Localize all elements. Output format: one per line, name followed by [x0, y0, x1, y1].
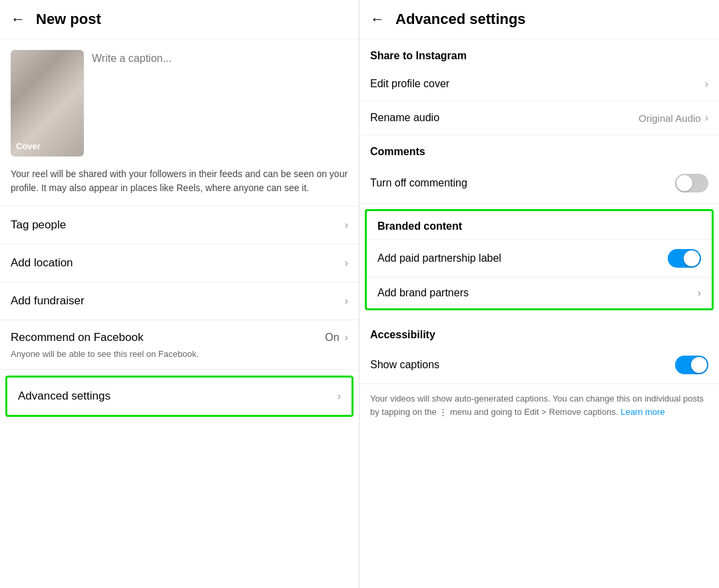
add-location-chevron: ›: [345, 257, 348, 269]
tag-people-item[interactable]: Tag people ›: [0, 206, 359, 244]
add-fundraiser-chevron: ›: [345, 295, 348, 307]
recommend-chevron: ›: [345, 332, 348, 344]
turn-off-commenting-label: Turn off commenting: [370, 177, 467, 189]
advanced-settings-label: Advanced settings: [18, 390, 111, 403]
edit-profile-cover-label: Edit profile cover: [370, 78, 449, 90]
add-brand-partners-label: Add brand partners: [377, 287, 469, 299]
caption-input[interactable]: [92, 50, 348, 65]
add-brand-partners-chevron: ›: [698, 287, 701, 299]
turn-off-commenting-row[interactable]: Turn off commenting: [360, 163, 719, 204]
branded-content-box: Branded content Add paid partnership lab…: [365, 209, 714, 310]
right-panel-title: Advanced settings: [395, 11, 526, 28]
add-paid-partnership-label: Add paid partnership label: [377, 252, 501, 264]
show-captions-toggle[interactable]: [675, 356, 708, 374]
show-captions-row[interactable]: Show captions: [360, 346, 719, 384]
recommend-value: On: [325, 332, 339, 344]
recommend-sub-text: Anyone will be able to see this reel on …: [0, 348, 359, 370]
left-back-button[interactable]: ←: [11, 11, 25, 28]
add-fundraiser-item[interactable]: Add fundraiser ›: [0, 282, 359, 320]
advanced-settings-chevron: ›: [338, 390, 341, 402]
right-panel: ← Advanced settings Share to Instagram E…: [360, 0, 719, 588]
accessibility-title: Accessibility: [360, 318, 719, 346]
advanced-settings-item[interactable]: Advanced settings ›: [5, 376, 354, 417]
add-location-item[interactable]: Add location ›: [0, 244, 359, 282]
branded-content-title: Branded content: [367, 211, 712, 239]
rename-audio-row[interactable]: Rename audio Original Audio ›: [360, 101, 719, 135]
comments-section-title: Comments: [360, 135, 719, 163]
description-text: Your reel will be shared with your follo…: [0, 167, 359, 206]
tag-people-chevron: ›: [345, 219, 348, 231]
share-to-instagram-title: Share to Instagram: [360, 39, 719, 67]
add-location-label: Add location: [11, 256, 73, 270]
recommend-section: Recommend on Facebook On › Anyone will b…: [0, 320, 359, 370]
add-paid-partnership-row[interactable]: Add paid partnership label: [367, 239, 712, 277]
show-captions-label: Show captions: [370, 359, 439, 371]
cover-thumbnail[interactable]: Cover: [11, 50, 84, 156]
left-header: ← New post: [0, 0, 359, 39]
cover-label: Cover: [16, 141, 41, 151]
edit-profile-cover-row[interactable]: Edit profile cover ›: [360, 67, 719, 101]
rename-audio-chevron: ›: [705, 112, 708, 124]
tag-people-label: Tag people: [11, 218, 66, 232]
captions-note: Your videos will show auto-generated cap…: [360, 384, 719, 426]
add-fundraiser-label: Add fundraiser: [11, 294, 85, 308]
post-compose-area: Cover: [0, 39, 359, 167]
recommend-label: Recommend on Facebook: [11, 331, 143, 344]
right-back-button[interactable]: ←: [370, 11, 385, 28]
rename-audio-value: Original Audio: [638, 113, 700, 124]
recommend-row[interactable]: Recommend on Facebook On ›: [0, 320, 359, 348]
add-paid-partnership-toggle[interactable]: [668, 249, 701, 268]
accessibility-section: Accessibility Show captions Your videos …: [360, 318, 719, 426]
learn-more-link[interactable]: Learn more: [620, 407, 664, 417]
turn-off-commenting-toggle[interactable]: [675, 174, 708, 192]
left-panel-title: New post: [36, 11, 101, 28]
right-header: ← Advanced settings: [360, 0, 719, 39]
rename-audio-label: Rename audio: [370, 112, 439, 124]
add-brand-partners-row[interactable]: Add brand partners ›: [367, 277, 712, 308]
edit-profile-cover-chevron: ›: [705, 78, 708, 90]
left-panel: ← New post Cover Your reel will be share…: [0, 0, 360, 588]
